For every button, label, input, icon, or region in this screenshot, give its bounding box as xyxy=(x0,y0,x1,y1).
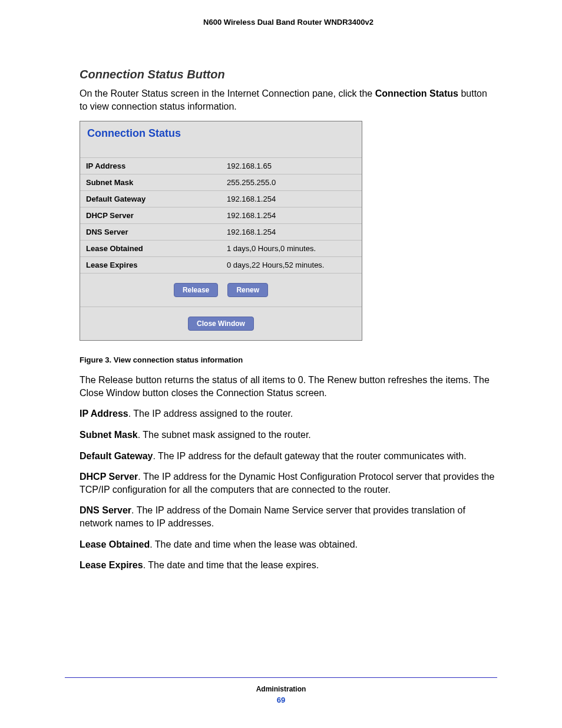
table-row: Subnet Mask 255.255.255.0 xyxy=(80,174,362,191)
panel-title: Connection Status xyxy=(80,121,362,157)
intro-paragraph: On the Router Status screen in the Inter… xyxy=(80,87,497,113)
definition-desc: . The IP address assigned to the router. xyxy=(128,409,293,419)
definition-item: Lease Expires. The date and time that th… xyxy=(80,559,497,572)
footer-page-number: 69 xyxy=(65,696,497,704)
definition-term: Subnet Mask xyxy=(80,430,138,440)
row-value: 192.168.1.254 xyxy=(221,191,362,207)
row-value: 192.168.1.65 xyxy=(221,158,362,174)
explanation-paragraph: The Release button returns the status of… xyxy=(80,374,497,399)
definition-term: Default Gateway xyxy=(80,451,153,461)
definition-desc: . The IP address of the Domain Name Serv… xyxy=(80,505,465,528)
definition-desc: . The date and time when the lease was o… xyxy=(150,539,358,549)
definition-term: IP Address xyxy=(80,409,128,419)
row-label: DNS Server xyxy=(80,224,221,241)
table-row: Lease Obtained 1 days,0 Hours,0 minutes. xyxy=(80,241,362,257)
row-value: 1 days,0 Hours,0 minutes. xyxy=(221,241,362,257)
row-label: Default Gateway xyxy=(80,191,221,207)
table-row: Default Gateway 192.168.1.254 xyxy=(80,191,362,207)
page-footer: Administration 69 xyxy=(65,677,497,704)
row-label: Lease Obtained xyxy=(80,241,221,257)
table-row: IP Address 192.168.1.65 xyxy=(80,158,362,174)
definition-desc: . The date and time that the lease expir… xyxy=(143,560,319,570)
intro-text-pre: On the Router Status screen in the Inter… xyxy=(80,88,375,98)
figure-caption: Figure 3. View connection status informa… xyxy=(80,355,497,364)
definition-term: Lease Expires xyxy=(80,560,143,570)
button-row-upper: Release Renew xyxy=(80,273,362,307)
definition-term: Lease Obtained xyxy=(80,539,150,549)
document-header: N600 Wireless Dual Band Router WNDR3400v… xyxy=(80,18,497,27)
button-row-lower: Close Window xyxy=(80,307,362,340)
row-value: 255.255.255.0 xyxy=(221,174,362,191)
row-value: 192.168.1.254 xyxy=(221,207,362,224)
section-heading: Connection Status Button xyxy=(80,68,497,81)
definition-item: DHCP Server. The IP address for the Dyna… xyxy=(80,470,497,496)
renew-button[interactable]: Renew xyxy=(227,283,268,297)
definition-desc: . The subnet mask assigned to the router… xyxy=(138,430,311,440)
row-value: 0 days,22 Hours,52 minutes. xyxy=(221,257,362,274)
row-label: Subnet Mask xyxy=(80,174,221,191)
definition-desc: . The IP address for the Dynamic Host Co… xyxy=(80,472,494,495)
footer-section-name: Administration xyxy=(65,685,497,693)
table-row: Lease Expires 0 days,22 Hours,52 minutes… xyxy=(80,257,362,274)
row-label: DHCP Server xyxy=(80,207,221,224)
definition-item: IP Address. The IP address assigned to t… xyxy=(80,407,497,420)
row-label: Lease Expires xyxy=(80,257,221,274)
definition-desc: . The IP address for the default gateway… xyxy=(153,451,466,461)
definition-item: Default Gateway. The IP address for the … xyxy=(80,450,497,463)
intro-bold: Connection Status xyxy=(375,88,458,98)
table-row: DNS Server 192.168.1.254 xyxy=(80,224,362,241)
definition-item: DNS Server. The IP address of the Domain… xyxy=(80,504,497,529)
definition-term: DNS Server xyxy=(80,505,131,515)
close-window-button[interactable]: Close Window xyxy=(188,317,254,331)
connection-status-panel: Connection Status IP Address 192.168.1.6… xyxy=(80,121,362,341)
status-table: IP Address 192.168.1.65 Subnet Mask 255.… xyxy=(80,157,362,273)
table-row: DHCP Server 192.168.1.254 xyxy=(80,207,362,224)
release-button[interactable]: Release xyxy=(174,283,218,297)
row-label: IP Address xyxy=(80,158,221,174)
row-value: 192.168.1.254 xyxy=(221,224,362,241)
definition-item: Subnet Mask. The subnet mask assigned to… xyxy=(80,429,497,442)
definition-term: DHCP Server xyxy=(80,472,138,482)
definition-item: Lease Obtained. The date and time when t… xyxy=(80,538,497,551)
